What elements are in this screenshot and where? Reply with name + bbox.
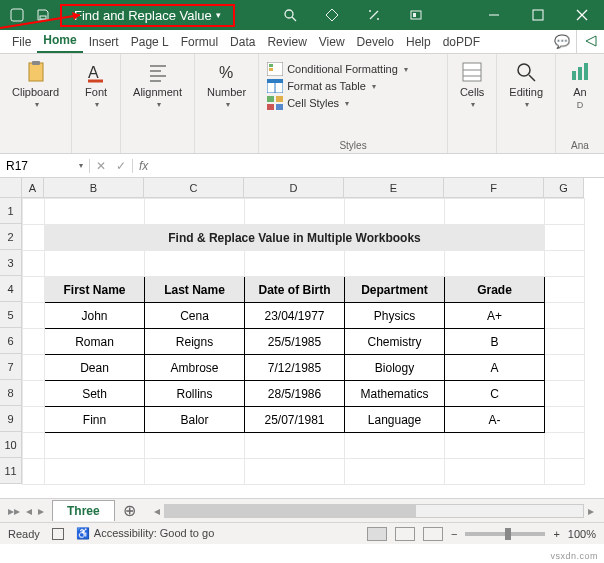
zoom-out-button[interactable]: − — [451, 528, 457, 540]
cell[interactable] — [545, 225, 585, 251]
cell[interactable]: Rollins — [145, 381, 245, 407]
tab-view[interactable]: View — [313, 31, 351, 53]
spreadsheet-grid[interactable]: ABCDEFG 1234567891011 Find & Replace Val… — [0, 178, 604, 498]
tab-page-layout[interactable]: Page L — [125, 31, 175, 53]
cell[interactable]: 28/5/1986 — [245, 381, 345, 407]
tab-review[interactable]: Review — [261, 31, 312, 53]
conditional-formatting-button[interactable]: Conditional Formatting▾ — [267, 62, 408, 76]
cell[interactable] — [23, 277, 45, 303]
cell[interactable]: 25/5/1985 — [245, 329, 345, 355]
cell[interactable] — [445, 433, 545, 459]
cell[interactable] — [545, 433, 585, 459]
tab-insert[interactable]: Insert — [83, 31, 125, 53]
tab-developer[interactable]: Develo — [351, 31, 400, 53]
font-button[interactable]: A Font▾ — [80, 58, 112, 111]
cell[interactable]: First Name — [45, 277, 145, 303]
cell[interactable]: 7/12/1985 — [245, 355, 345, 381]
sheet-nav-next[interactable]: ▸ — [36, 504, 46, 518]
cell[interactable] — [145, 199, 245, 225]
cell[interactable] — [23, 459, 45, 485]
column-header[interactable]: E — [344, 178, 444, 198]
cell[interactable] — [545, 459, 585, 485]
analyze-button[interactable]: An D — [564, 58, 596, 112]
cell[interactable] — [245, 459, 345, 485]
row-header[interactable]: 9 — [0, 406, 22, 432]
cell[interactable] — [545, 381, 585, 407]
tab-file[interactable]: File — [6, 31, 37, 53]
zoom-slider[interactable] — [465, 532, 545, 536]
cell[interactable] — [545, 251, 585, 277]
column-header[interactable]: D — [244, 178, 344, 198]
cell[interactable] — [45, 459, 145, 485]
maximize-button[interactable] — [516, 0, 560, 30]
cell[interactable]: Find & Replace Value in Multiple Workboo… — [45, 225, 545, 251]
clipboard-button[interactable]: Clipboard▾ — [8, 58, 63, 111]
cell[interactable] — [45, 433, 145, 459]
zoom-in-button[interactable]: + — [553, 528, 559, 540]
cell[interactable] — [345, 433, 445, 459]
cell[interactable]: Grade — [445, 277, 545, 303]
cell[interactable]: Physics — [345, 303, 445, 329]
row-header[interactable]: 4 — [0, 276, 22, 302]
row-header[interactable]: 8 — [0, 380, 22, 406]
cell[interactable]: A — [445, 355, 545, 381]
search-icon[interactable] — [281, 6, 299, 24]
row-header[interactable]: 5 — [0, 302, 22, 328]
horizontal-scrollbar[interactable] — [164, 504, 584, 518]
enter-formula-icon[interactable]: ✓ — [116, 159, 126, 173]
cell[interactable] — [545, 355, 585, 381]
cell[interactable] — [23, 355, 45, 381]
cell[interactable] — [145, 433, 245, 459]
cell-styles-button[interactable]: Cell Styles▾ — [267, 96, 349, 110]
add-sheet-button[interactable]: ⊕ — [115, 501, 144, 520]
cell[interactable]: Reigns — [145, 329, 245, 355]
macro-record-icon[interactable] — [52, 528, 64, 540]
tab-data[interactable]: Data — [224, 31, 261, 53]
cell[interactable] — [545, 407, 585, 433]
sheet-nav-prev[interactable]: ◂ — [24, 504, 34, 518]
tab-dopdf[interactable]: doPDF — [437, 31, 486, 53]
comments-icon[interactable]: 💬 — [548, 29, 576, 53]
cell[interactable]: 23/04/1977 — [245, 303, 345, 329]
column-header[interactable]: A — [22, 178, 44, 198]
tab-formulas[interactable]: Formul — [175, 31, 224, 53]
cell[interactable]: A+ — [445, 303, 545, 329]
cell[interactable] — [23, 407, 45, 433]
magic-icon[interactable] — [365, 6, 383, 24]
cell[interactable]: Date of Birth — [245, 277, 345, 303]
column-header[interactable]: F — [444, 178, 544, 198]
cell[interactable]: Ambrose — [145, 355, 245, 381]
cell[interactable]: Last Name — [145, 277, 245, 303]
tab-home[interactable]: Home — [37, 29, 82, 53]
cell[interactable] — [145, 459, 245, 485]
zoom-level[interactable]: 100% — [568, 528, 596, 540]
cell[interactable] — [245, 251, 345, 277]
column-header[interactable]: C — [144, 178, 244, 198]
fx-icon[interactable]: fx — [132, 159, 154, 173]
cell[interactable] — [245, 199, 345, 225]
cell[interactable]: Balor — [145, 407, 245, 433]
cell[interactable]: Department — [345, 277, 445, 303]
cell[interactable] — [45, 251, 145, 277]
cell[interactable]: Seth — [45, 381, 145, 407]
diamond-icon[interactable] — [323, 6, 341, 24]
minimize-button[interactable] — [472, 0, 516, 30]
cell[interactable] — [245, 433, 345, 459]
sheet-tab-active[interactable]: Three — [52, 500, 115, 521]
cell[interactable] — [23, 433, 45, 459]
cell[interactable]: Mathematics — [345, 381, 445, 407]
scroll-left[interactable]: ◂ — [150, 504, 164, 518]
column-header[interactable]: G — [544, 178, 584, 198]
cell[interactable] — [23, 199, 45, 225]
cell[interactable] — [145, 251, 245, 277]
cell[interactable]: Chemistry — [345, 329, 445, 355]
select-all-corner[interactable] — [0, 178, 22, 198]
view-page-layout-button[interactable] — [395, 527, 415, 541]
view-page-break-button[interactable] — [423, 527, 443, 541]
cell[interactable]: B — [445, 329, 545, 355]
cell[interactable] — [545, 277, 585, 303]
cell[interactable]: Roman — [45, 329, 145, 355]
cancel-formula-icon[interactable]: ✕ — [96, 159, 106, 173]
share-button[interactable] — [576, 29, 604, 53]
format-as-table-button[interactable]: Format as Table▾ — [267, 79, 376, 93]
